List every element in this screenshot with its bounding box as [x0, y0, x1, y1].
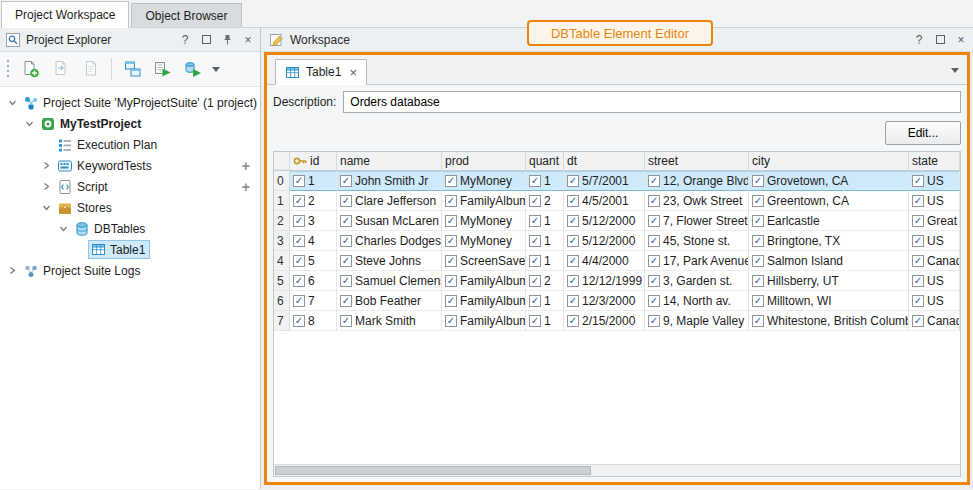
execution-plan-button[interactable] — [119, 56, 146, 82]
checkbox-checked[interactable]: ✓ — [293, 175, 305, 187]
cell-name[interactable]: ✓Samuel Clemens — [337, 271, 442, 291]
cell-city[interactable]: ✓Milltown, WI — [749, 291, 909, 311]
cell-quant[interactable]: ✓1 — [526, 171, 564, 191]
checkbox-checked[interactable]: ✓ — [340, 295, 352, 307]
cell-name[interactable]: ✓John Smith Jr — [337, 171, 442, 191]
checkbox-checked[interactable]: ✓ — [340, 195, 352, 207]
checkbox-checked[interactable]: ✓ — [648, 275, 660, 287]
checkbox-checked[interactable]: ✓ — [340, 175, 352, 187]
chevron-right-icon[interactable] — [5, 266, 20, 275]
tab-close-icon[interactable]: × — [349, 65, 357, 80]
checkbox-checked[interactable]: ✓ — [752, 195, 764, 207]
chevron-down-icon[interactable] — [22, 119, 37, 128]
column-header-city[interactable]: city — [749, 152, 909, 170]
row-number-cell[interactable]: 7 — [274, 311, 290, 331]
float-button[interactable] — [200, 33, 212, 47]
cell-state[interactable]: ✓US — [909, 231, 960, 251]
cell-prod[interactable]: ✓MyMoney — [442, 211, 526, 231]
add-child-button[interactable]: + — [242, 159, 250, 173]
tree-item-table1[interactable]: Table1 — [0, 239, 260, 260]
checkbox-checked[interactable]: ✓ — [648, 295, 660, 307]
grid-corner-cell[interactable] — [274, 152, 290, 170]
checkbox-checked[interactable]: ✓ — [912, 235, 924, 247]
cell-name[interactable]: ✓Bob Feather — [337, 291, 442, 311]
cell-name[interactable]: ✓Mark Smith — [337, 311, 442, 331]
tree-item-project-suite-logs[interactable]: Project Suite Logs — [0, 260, 260, 281]
chevron-right-icon[interactable] — [39, 182, 54, 191]
chevron-down-icon[interactable] — [39, 203, 54, 212]
checkbox-checked[interactable]: ✓ — [340, 215, 352, 227]
checkbox-checked[interactable]: ✓ — [752, 275, 764, 287]
checkbox-checked[interactable]: ✓ — [648, 195, 660, 207]
cell-street[interactable]: ✓9, Maple Valley — [645, 311, 749, 331]
checkbox-checked[interactable]: ✓ — [445, 295, 457, 307]
cell-street[interactable]: ✓12, Orange Blvd — [645, 171, 749, 191]
cell-prod[interactable]: ✓ScreenSaver — [442, 251, 526, 271]
tree-item-project-suite-myprojectsuite-1-project[interactable]: Project Suite 'MyProjectSuite' (1 projec… — [0, 92, 260, 113]
cell-quant[interactable]: ✓2 — [526, 271, 564, 291]
cell-quant[interactable]: ✓1 — [526, 231, 564, 251]
cell-street[interactable]: ✓23, Owk Street — [645, 191, 749, 211]
checkbox-checked[interactable]: ✓ — [445, 175, 457, 187]
tab-list-dropdown[interactable] — [951, 62, 959, 76]
checkbox-checked[interactable]: ✓ — [340, 235, 352, 247]
cell-street[interactable]: ✓7, Flower Street — [645, 211, 749, 231]
cell-id[interactable]: ✓1 — [290, 171, 337, 191]
cell-state[interactable]: ✓US — [909, 291, 960, 311]
tree-item-mytestproject[interactable]: MyTestProject — [0, 113, 260, 134]
cell-quant[interactable]: ✓1 — [526, 311, 564, 331]
checkbox-checked[interactable]: ✓ — [529, 195, 541, 207]
cell-id[interactable]: ✓4 — [290, 231, 337, 251]
row-number-cell[interactable]: 3 — [274, 231, 290, 251]
cell-dt[interactable]: ✓4/4/2000 — [564, 251, 645, 271]
column-header-quant[interactable]: quant — [526, 152, 564, 170]
close-button[interactable]: × — [242, 33, 254, 47]
cell-prod[interactable]: ✓FamilyAlbum — [442, 191, 526, 211]
column-header-dt[interactable]: dt — [564, 152, 645, 170]
checkbox-checked[interactable]: ✓ — [529, 275, 541, 287]
table-row-4[interactable]: 4✓5✓Steve Johns✓ScreenSaver✓1✓4/4/2000✓1… — [274, 251, 960, 271]
checkbox-checked[interactable]: ✓ — [567, 235, 579, 247]
float-button[interactable] — [934, 33, 946, 47]
checkbox-checked[interactable]: ✓ — [912, 315, 924, 327]
checkbox-checked[interactable]: ✓ — [529, 315, 541, 327]
cell-street[interactable]: ✓14, North av. — [645, 291, 749, 311]
cell-city[interactable]: ✓Bringtone, TX — [749, 231, 909, 251]
cell-state[interactable]: ✓US — [909, 191, 960, 211]
checkbox-checked[interactable]: ✓ — [529, 295, 541, 307]
checkbox-checked[interactable]: ✓ — [912, 195, 924, 207]
cell-name[interactable]: ✓Clare Jefferson — [337, 191, 442, 211]
cell-prod[interactable]: ✓FamilyAlbum — [442, 291, 526, 311]
cell-street[interactable]: ✓45, Stone st. — [645, 231, 749, 251]
checkbox-checked[interactable]: ✓ — [912, 275, 924, 287]
checkbox-checked[interactable]: ✓ — [445, 315, 457, 327]
row-number-cell[interactable]: 5 — [274, 271, 290, 291]
tab-project-workspace[interactable]: Project Workspace — [1, 1, 129, 28]
cell-prod[interactable]: ✓MyMoney — [442, 171, 526, 191]
table-row-5[interactable]: 5✓6✓Samuel Clemens✓FamilyAlbum✓2✓12/12/1… — [274, 271, 960, 291]
cell-street[interactable]: ✓17, Park Avenue — [645, 251, 749, 271]
cell-dt[interactable]: ✓5/7/2001 — [564, 171, 645, 191]
cell-id[interactable]: ✓2 — [290, 191, 337, 211]
cell-id[interactable]: ✓8 — [290, 311, 337, 331]
checkbox-checked[interactable]: ✓ — [648, 175, 660, 187]
checkbox-checked[interactable]: ✓ — [752, 295, 764, 307]
checkbox-checked[interactable]: ✓ — [293, 295, 305, 307]
cell-state[interactable]: ✓US — [909, 171, 960, 191]
checkbox-checked[interactable]: ✓ — [567, 295, 579, 307]
checkbox-checked[interactable]: ✓ — [912, 175, 924, 187]
checkbox-checked[interactable]: ✓ — [293, 235, 305, 247]
column-header-name[interactable]: name — [337, 152, 442, 170]
cell-dt[interactable]: ✓2/15/2000 — [564, 311, 645, 331]
cell-dt[interactable]: ✓5/12/2000 — [564, 231, 645, 251]
cell-street[interactable]: ✓3, Garden st. — [645, 271, 749, 291]
cell-city[interactable]: ✓Grovetown, CA — [749, 171, 909, 191]
row-number-cell[interactable]: 6 — [274, 291, 290, 311]
chevron-down-icon[interactable] — [56, 224, 71, 233]
row-number-cell[interactable]: 1 — [274, 191, 290, 211]
run-options-dropdown[interactable] — [209, 56, 223, 82]
cell-name[interactable]: ✓Susan McLaren — [337, 211, 442, 231]
cell-dt[interactable]: ✓5/12/2000 — [564, 211, 645, 231]
cell-dt[interactable]: ✓12/12/1999 — [564, 271, 645, 291]
column-header-state[interactable]: state — [909, 152, 960, 170]
